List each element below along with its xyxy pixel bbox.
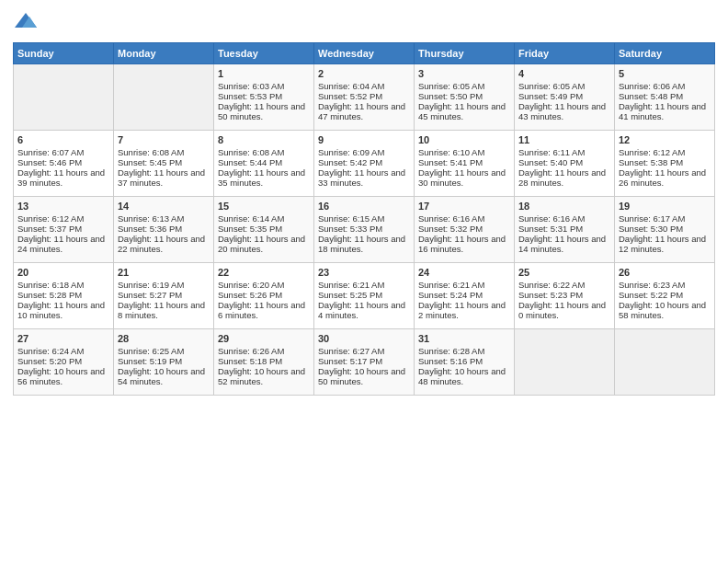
daylight: Daylight: 10 hours and 52 minutes. xyxy=(218,366,305,386)
day-number: 30 xyxy=(318,333,410,344)
daylight: Daylight: 11 hours and 4 minutes. xyxy=(318,300,405,320)
daylight: Daylight: 11 hours and 6 minutes. xyxy=(218,300,305,320)
sunset: Sunset: 5:45 PM xyxy=(118,157,182,167)
day-number: 15 xyxy=(218,201,310,212)
daylight: Daylight: 11 hours and 12 minutes. xyxy=(619,234,706,254)
sunrise: Sunrise: 6:16 AM xyxy=(418,213,484,224)
calendar-cell: 19Sunrise: 6:17 AMSunset: 5:30 PMDayligh… xyxy=(615,197,715,263)
sunrise: Sunrise: 6:10 AM xyxy=(418,147,484,157)
day-number: 22 xyxy=(218,267,310,278)
calendar-cell: 27Sunrise: 6:24 AMSunset: 5:20 PMDayligh… xyxy=(14,329,114,396)
daylight: Daylight: 11 hours and 39 minutes. xyxy=(17,167,105,188)
sunset: Sunset: 5:53 PM xyxy=(218,91,282,101)
sunset: Sunset: 5:25 PM xyxy=(318,290,382,300)
main-container: SundayMondayTuesdayWednesdayThursdayFrid… xyxy=(0,0,728,403)
calendar-cell: 15Sunrise: 6:14 AMSunset: 5:35 PMDayligh… xyxy=(214,197,314,263)
calendar-cell xyxy=(14,64,114,131)
daylight: Daylight: 10 hours and 48 minutes. xyxy=(418,366,506,386)
sunrise: Sunrise: 6:05 AM xyxy=(518,81,585,91)
sunset: Sunset: 5:17 PM xyxy=(318,356,382,366)
sunset: Sunset: 5:23 PM xyxy=(518,290,583,300)
daylight: Daylight: 11 hours and 18 minutes. xyxy=(318,234,405,254)
weekday-header: Friday xyxy=(515,43,615,64)
sunrise: Sunrise: 6:12 AM xyxy=(17,213,84,224)
calendar-cell: 28Sunrise: 6:25 AMSunset: 5:19 PMDayligh… xyxy=(114,329,214,396)
sunrise: Sunrise: 6:16 AM xyxy=(518,213,585,224)
day-number: 23 xyxy=(318,267,410,278)
calendar-cell: 12Sunrise: 6:12 AMSunset: 5:38 PMDayligh… xyxy=(615,131,715,197)
sunrise: Sunrise: 6:04 AM xyxy=(318,81,384,91)
calendar-cell: 23Sunrise: 6:21 AMSunset: 5:25 PMDayligh… xyxy=(314,263,415,329)
sunrise: Sunrise: 6:15 AM xyxy=(318,213,384,224)
day-number: 11 xyxy=(518,134,610,145)
calendar-cell: 6Sunrise: 6:07 AMSunset: 5:46 PMDaylight… xyxy=(14,131,114,197)
calendar-cell: 11Sunrise: 6:11 AMSunset: 5:40 PMDayligh… xyxy=(515,131,615,197)
daylight: Daylight: 11 hours and 0 minutes. xyxy=(518,300,606,320)
sunrise: Sunrise: 6:18 AM xyxy=(17,280,84,290)
calendar-cell: 25Sunrise: 6:22 AMSunset: 5:23 PMDayligh… xyxy=(515,263,615,329)
sunrise: Sunrise: 6:25 AM xyxy=(118,346,184,356)
daylight: Daylight: 10 hours and 54 minutes. xyxy=(118,366,205,386)
sunrise: Sunrise: 6:08 AM xyxy=(218,147,284,157)
daylight: Daylight: 11 hours and 35 minutes. xyxy=(218,167,305,188)
sunset: Sunset: 5:24 PM xyxy=(418,290,483,300)
calendar-cell: 30Sunrise: 6:27 AMSunset: 5:17 PMDayligh… xyxy=(314,329,415,396)
header-row: SundayMondayTuesdayWednesdayThursdayFrid… xyxy=(14,43,715,64)
day-number: 3 xyxy=(418,68,510,79)
day-number: 6 xyxy=(17,134,109,145)
day-number: 10 xyxy=(418,134,510,145)
calendar-cell: 16Sunrise: 6:15 AMSunset: 5:33 PMDayligh… xyxy=(314,197,415,263)
day-number: 5 xyxy=(619,68,711,79)
weekday-header: Monday xyxy=(114,43,214,64)
calendar-week-row: 20Sunrise: 6:18 AMSunset: 5:28 PMDayligh… xyxy=(14,263,715,329)
weekday-header: Tuesday xyxy=(214,43,314,64)
sunrise: Sunrise: 6:23 AM xyxy=(619,280,685,290)
logo xyxy=(13,9,42,35)
sunset: Sunset: 5:18 PM xyxy=(218,356,282,366)
day-number: 7 xyxy=(118,134,210,145)
day-number: 18 xyxy=(518,201,610,212)
daylight: Daylight: 10 hours and 56 minutes. xyxy=(17,366,105,386)
weekday-header: Wednesday xyxy=(314,43,415,64)
calendar-cell: 14Sunrise: 6:13 AMSunset: 5:36 PMDayligh… xyxy=(114,197,214,263)
calendar-cell: 21Sunrise: 6:19 AMSunset: 5:27 PMDayligh… xyxy=(114,263,214,329)
day-number: 21 xyxy=(118,267,210,278)
sunrise: Sunrise: 6:27 AM xyxy=(318,346,384,356)
calendar-cell: 9Sunrise: 6:09 AMSunset: 5:42 PMDaylight… xyxy=(314,131,415,197)
day-number: 19 xyxy=(619,201,711,212)
sunrise: Sunrise: 6:24 AM xyxy=(17,346,84,356)
calendar-cell: 7Sunrise: 6:08 AMSunset: 5:45 PMDaylight… xyxy=(114,131,214,197)
sunset: Sunset: 5:36 PM xyxy=(118,224,182,234)
calendar-week-row: 13Sunrise: 6:12 AMSunset: 5:37 PMDayligh… xyxy=(14,197,715,263)
daylight: Daylight: 11 hours and 14 minutes. xyxy=(518,234,606,254)
daylight: Daylight: 11 hours and 20 minutes. xyxy=(218,234,305,254)
sunrise: Sunrise: 6:03 AM xyxy=(218,81,284,91)
calendar-cell: 24Sunrise: 6:21 AMSunset: 5:24 PMDayligh… xyxy=(415,263,515,329)
daylight: Daylight: 11 hours and 30 minutes. xyxy=(418,167,506,188)
sunset: Sunset: 5:32 PM xyxy=(418,224,483,234)
calendar-cell: 2Sunrise: 6:04 AMSunset: 5:52 PMDaylight… xyxy=(314,64,415,131)
logo-icon xyxy=(13,9,39,35)
calendar-cell: 13Sunrise: 6:12 AMSunset: 5:37 PMDayligh… xyxy=(14,197,114,263)
sunrise: Sunrise: 6:14 AM xyxy=(218,213,284,224)
sunrise: Sunrise: 6:09 AM xyxy=(318,147,384,157)
sunrise: Sunrise: 6:06 AM xyxy=(619,81,685,91)
calendar-cell xyxy=(515,329,615,396)
weekday-header: Thursday xyxy=(415,43,515,64)
sunset: Sunset: 5:41 PM xyxy=(418,157,483,167)
calendar-cell: 17Sunrise: 6:16 AMSunset: 5:32 PMDayligh… xyxy=(415,197,515,263)
calendar-cell: 18Sunrise: 6:16 AMSunset: 5:31 PMDayligh… xyxy=(515,197,615,263)
day-number: 27 xyxy=(17,333,109,344)
daylight: Daylight: 11 hours and 22 minutes. xyxy=(118,234,205,254)
day-number: 26 xyxy=(619,267,711,278)
calendar-cell: 31Sunrise: 6:28 AMSunset: 5:16 PMDayligh… xyxy=(415,329,515,396)
sunset: Sunset: 5:30 PM xyxy=(619,224,683,234)
sunrise: Sunrise: 6:21 AM xyxy=(318,280,384,290)
sunrise: Sunrise: 6:28 AM xyxy=(418,346,484,356)
daylight: Daylight: 11 hours and 41 minutes. xyxy=(619,101,706,121)
daylight: Daylight: 11 hours and 28 minutes. xyxy=(518,167,606,188)
day-number: 16 xyxy=(318,201,410,212)
day-number: 29 xyxy=(218,333,310,344)
day-number: 28 xyxy=(118,333,210,344)
day-number: 12 xyxy=(619,134,711,145)
